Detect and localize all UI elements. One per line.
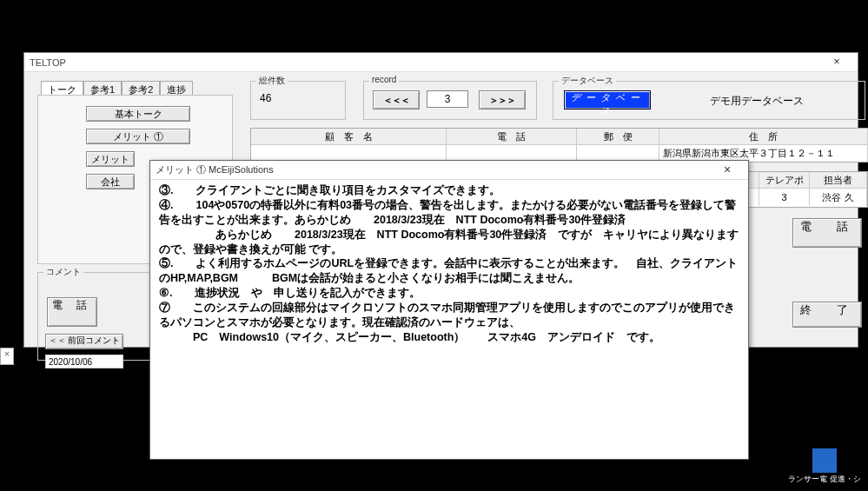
company-sub-row: 会社	[86, 174, 135, 189]
database-group: データベース データベース デモ用データベース	[553, 81, 865, 120]
basic-talk-button[interactable]: 基本トーク	[86, 106, 190, 122]
desktop-shortcut[interactable]: ランサー電 促進・シ	[788, 448, 861, 484]
merit-sub-button[interactable]: メリット	[86, 151, 135, 167]
side-close-tab[interactable]: ×	[0, 348, 14, 365]
cell-c5: 渋谷 久	[810, 189, 867, 206]
total-count-group: 総件数 46	[250, 81, 346, 120]
titlebar: TELTOP ×	[24, 53, 858, 72]
total-count-value: 46	[260, 92, 271, 104]
database-name: デモ用データベース	[710, 94, 804, 109]
cell-c4: 3	[759, 189, 810, 206]
database-button[interactable]: データベース	[564, 90, 651, 109]
desktop: TELTOP × トーク 参考1 参考2 進捗 基本トーク メリット ① メリッ…	[0, 0, 868, 491]
col-address: 住 所	[659, 129, 868, 145]
end-button[interactable]: 終 了	[792, 302, 862, 328]
record-group: record ＜＜＜ ＞＞＞	[363, 81, 537, 120]
comment-date-input[interactable]	[45, 355, 123, 368]
customer-grid: 顧 客 名 電 話 郵 便 住 所 新潟県新潟市東区太平３丁目１２－１１	[250, 128, 868, 163]
close-icon[interactable]: ×	[821, 54, 852, 71]
popup-body: ③. クライアントごとに聞き取り項目をカスタマイズできます。 ④. 104や05…	[150, 180, 748, 459]
col-customer-name: 顧 客 名	[251, 129, 447, 145]
comment-label: コメント	[43, 266, 83, 278]
popup-title: メリット ① McEijiSolutions	[156, 163, 712, 176]
record-number-input[interactable]	[427, 90, 468, 108]
company-sub-button[interactable]: 会社	[86, 174, 135, 189]
shortcut-icon	[812, 448, 837, 473]
col-h5: 担当者	[810, 172, 867, 189]
popup-titlebar: メリット ① McEijiSolutions ×	[150, 161, 748, 180]
record-prev-button[interactable]: ＜＜＜	[373, 90, 420, 109]
merit-popup: メリット ① McEijiSolutions × ③. クライアントごとに聞き取…	[149, 160, 749, 460]
col-h4: テレアポ	[759, 172, 810, 189]
popup-close-icon[interactable]: ×	[712, 162, 743, 179]
merit-sub-row: メリット	[86, 151, 135, 167]
call-button[interactable]: 電 話	[792, 218, 862, 248]
comment-call-button[interactable]: 電 話	[47, 297, 97, 327]
total-count-label: 総件数	[256, 75, 288, 87]
record-label: record	[369, 75, 399, 84]
window-title: TELTOP	[30, 57, 821, 68]
merit-button[interactable]: メリット ①	[86, 129, 190, 144]
record-next-button[interactable]: ＞＞＞	[479, 90, 526, 109]
shortcut-label: ランサー電 促進・シ	[788, 474, 861, 484]
prev-comment-button[interactable]: ＜＜ 前回コメント	[45, 334, 123, 349]
col-postal: 郵 便	[577, 129, 659, 145]
col-tel: 電 話	[447, 129, 577, 145]
database-label: データベース	[559, 75, 616, 87]
